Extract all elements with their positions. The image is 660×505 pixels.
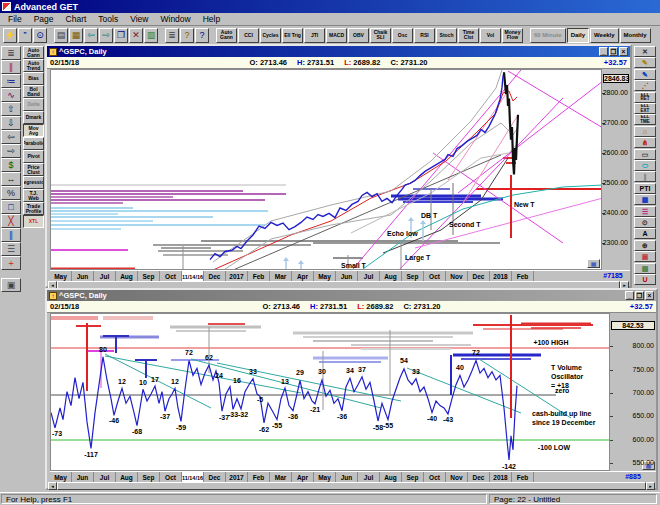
oscillator-scrollbar[interactable]: ◂ ▸ [48,482,655,490]
toolbar-study-ell-trig[interactable]: Ell Trig [282,28,303,43]
right-tool-mob-ellipse[interactable]: ⬭ [634,160,656,171]
restore-button[interactable]: ❐ [609,47,618,56]
chart-properties-button[interactable]: ▦ [587,259,600,268]
menu-window[interactable]: Window [154,14,196,24]
sidebar-tool-arrow-down[interactable]: ⇩ [1,116,21,130]
sidebar-study-bias[interactable]: Bias [23,72,44,85]
toolbar-study-osc[interactable]: Osc [392,28,413,43]
right-tool-pencil-blue[interactable]: ✎ [634,69,656,80]
sidebar-tool-page-setup[interactable]: ≣ [1,46,21,60]
sidebar-study-pivot[interactable]: Pivot [23,150,44,163]
restore-button[interactable]: ❐ [635,291,644,300]
sidebar-study-dmark[interactable]: Dmark [23,111,44,124]
sidebar-study-parabolic[interactable]: Parabolic [23,137,44,150]
close-button[interactable]: × [619,47,628,56]
sidebar-study-auto-gann[interactable]: Auto Gann [23,46,44,59]
right-tool-gann-angles[interactable]: ⌂ [634,126,656,137]
sidebar-tool-elliott-wave[interactable]: ∿ [1,88,21,102]
toolbar-study-rsi[interactable]: RSI [414,28,435,43]
oscillator-axis[interactable]: ▦ 842.53800.00750.00700.00650.00600.0055… [610,313,656,471]
right-tool-elliott-time[interactable]: ELLTME [634,114,656,125]
scroll-thumb[interactable] [57,482,646,490]
sidebar-tool-bar-type[interactable]: ∥ [1,60,21,74]
price-plot-area[interactable]: Small TLarge TEcho lowDB TSecond TNew T … [50,69,602,270]
sidebar-tool-study[interactable]: ≔ [1,74,21,88]
sidebar-tool-price-scale[interactable]: $ [1,158,21,172]
sidebar-tool-multi-line[interactable]: ∥ [1,228,21,242]
sidebar-tool-arrow-right[interactable]: ⇨ [1,144,21,158]
timeframe-monthly[interactable]: Monthly [620,28,651,43]
menu-tools[interactable]: Tools [92,14,124,24]
right-tool-palette[interactable]: ▣ [634,251,656,262]
toolbar-study-auto-gann[interactable]: Auto Gann [216,28,237,43]
right-tool-magnify[interactable]: ⊕ [634,240,656,251]
menu-page[interactable]: Page [28,14,60,24]
timeframe-60-minute[interactable]: 60 Minute [530,28,566,43]
menu-file[interactable]: File [2,14,28,24]
oscillator-date-axis[interactable]: MayJunJulAugSepOct11/14/16Dec2017FebMarA… [50,471,656,482]
toolbar-study-jti[interactable]: JTI [304,28,325,43]
toolbar-button-print[interactable]: ≣ [165,28,179,43]
toolbar-button-open-chart[interactable]: ▦ [69,28,83,43]
sidebar-study-regression[interactable]: Regression [23,176,44,189]
right-tool-text-tool[interactable]: A [634,228,656,239]
right-tool-rectangle-tool[interactable]: ▭ [634,149,656,160]
sidebar-study-trade-profile[interactable]: Trade Profile [23,202,44,215]
toolbar-study-cci[interactable]: CCI [238,28,259,43]
right-tool-elliott-extension[interactable]: ELLEXT [634,103,656,114]
right-tool-pitchfork[interactable]: ⋔ [634,137,656,148]
toolbar-study-stoch[interactable]: Stoch [436,28,457,43]
scroll-right-arrow[interactable]: ▸ [646,482,655,490]
right-tool-undo[interactable]: U [634,274,656,285]
sidebar-tool-bar-spacing[interactable]: ↔ [1,172,21,186]
toolbar-button-copy-chart[interactable]: ▥ [144,28,158,43]
menu-chart[interactable]: Chart [60,14,93,24]
toolbar-study-chaik-sli[interactable]: Chaik SLI [370,28,391,43]
right-tool-fan-lines[interactable]: ⋰ [634,80,656,91]
toolbar-button-forward[interactable]: ⇨ [99,28,113,43]
sidebar-study-auto-trend[interactable]: Auto Trend [23,59,44,72]
sidebar-tool-trendline[interactable]: ╳ [1,214,21,228]
right-tool-delete-tool[interactable]: ✕ [634,46,656,57]
right-tool-pti[interactable]: PTI [634,183,656,194]
right-tool-parallel-lines[interactable]: ∥ [634,171,656,182]
right-tool-color-bars[interactable]: ☰ [634,206,656,217]
right-tool-pencil[interactable]: ✎ [634,57,656,68]
sidebar-study-mov-avg[interactable]: Mov Avg [23,124,44,137]
sidebar-tool-crosshair[interactable]: ＋ [1,256,21,270]
sidebar-tool-arrow-up[interactable]: ⇧ [1,102,21,116]
timeframe-weekly[interactable]: Weekly [590,28,619,43]
oscillator-plot-area[interactable]: -73-11780-4612-681017-3712-59726224-3716… [50,313,610,471]
oscillator-window-title-bar[interactable]: ↑ ^GSPC, Daily _ ❐ × [47,290,656,301]
right-tool-grid[interactable]: ▦ [634,194,656,205]
menu-view[interactable]: View [124,14,154,24]
sidebar-tool-snapshot[interactable]: ▣ [1,278,21,292]
sidebar-study-delta[interactable]: Delta [23,98,44,111]
toolbar-study-vol[interactable]: Vol [480,28,501,43]
toolbar-button-quotes[interactable]: ” [18,28,32,43]
sidebar-study-price-clust[interactable]: Price Clust [23,163,44,176]
toolbar-button-zoom-tool[interactable]: ⊙ [33,28,47,43]
sidebar-study-t-j-web[interactable]: T.J. Web [23,189,44,202]
minimize-button[interactable]: _ [625,291,634,300]
toolbar-study-time-clst[interactable]: Time Clst [458,28,479,43]
toolbar-button-help[interactable]: ? [180,28,194,43]
close-button[interactable]: × [645,291,654,300]
sidebar-tool-frame[interactable]: □ [1,200,21,214]
toolbar-button-tile-chart[interactable]: ❐ [114,28,128,43]
toolbar-button-close-chart[interactable]: ✕ [129,28,143,43]
menu-help[interactable]: Help [197,14,226,24]
price-date-axis[interactable]: MayJunJulAugSepOct11/14/16Dec2017FebMarA… [50,270,630,281]
sidebar-tool-levels[interactable]: ☰ [1,242,21,256]
scroll-left-arrow[interactable]: ◂ [48,482,57,490]
sidebar-study-xtl[interactable]: XTL [23,215,44,228]
price-axis[interactable]: 2846.832800.002700.002600.002500.002400.… [602,69,630,270]
right-tool-zoom-in[interactable]: ⊙ [634,217,656,228]
right-tool-elliott-retracement[interactable]: ELLRET [634,92,656,103]
sidebar-tool-arrow-left[interactable]: ⇦ [1,130,21,144]
sidebar-study-bol-band[interactable]: Bol Band [23,85,44,98]
toolbar-button-new-chart[interactable]: ▤ [54,28,68,43]
toolbar-study-cycles[interactable]: Cycles [260,28,281,43]
toolbar-button-back[interactable]: ⇦ [84,28,98,43]
toolbar-study-obv[interactable]: OBV [348,28,369,43]
